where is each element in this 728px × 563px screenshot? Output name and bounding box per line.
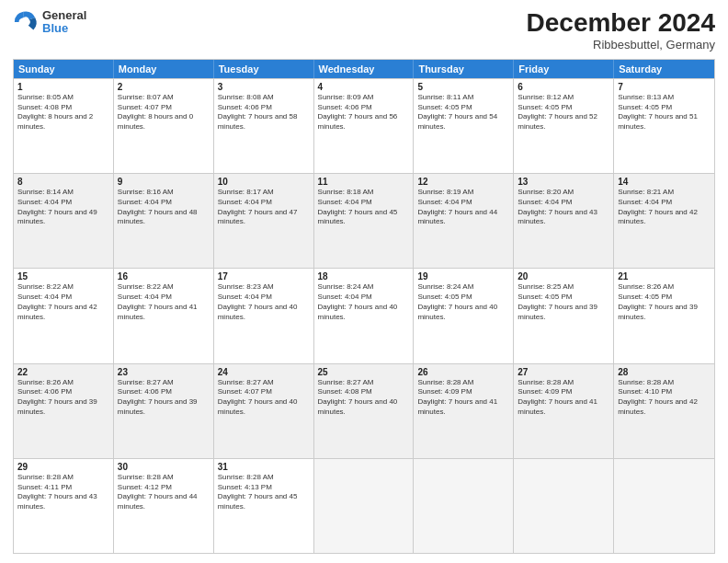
calendar-header-row: SundayMondayTuesdayWednesdayThursdayFrid… <box>14 60 714 78</box>
cell-info: Sunrise: 8:13 AM Sunset: 4:05 PM Dayligh… <box>618 93 711 132</box>
calendar-cell-day-10: 10Sunrise: 8:17 AM Sunset: 4:04 PM Dayli… <box>214 174 314 268</box>
calendar-cell-day-20: 20Sunrise: 8:25 AM Sunset: 4:05 PM Dayli… <box>514 269 614 362</box>
cell-info: Sunrise: 8:27 AM Sunset: 4:07 PM Dayligh… <box>218 378 310 418</box>
day-number: 17 <box>218 271 310 282</box>
calendar-cell-day-30: 30Sunrise: 8:28 AM Sunset: 4:12 PM Dayli… <box>114 459 214 553</box>
cell-info: Sunrise: 8:11 AM Sunset: 4:05 PM Dayligh… <box>417 93 509 132</box>
cell-info: Sunrise: 8:18 AM Sunset: 4:04 PM Dayligh… <box>318 188 410 227</box>
day-number: 9 <box>118 177 210 187</box>
header-day-thursday: Thursday <box>414 60 514 78</box>
day-number: 7 <box>618 82 711 92</box>
calendar-cell-day-5: 5Sunrise: 8:11 AM Sunset: 4:05 PM Daylig… <box>414 79 514 173</box>
cell-info: Sunrise: 8:21 AM Sunset: 4:04 PM Dayligh… <box>618 188 711 227</box>
calendar-week-1: 8Sunrise: 8:14 AM Sunset: 4:04 PM Daylig… <box>14 173 714 268</box>
cell-info: Sunrise: 8:24 AM Sunset: 4:05 PM Dayligh… <box>417 282 509 322</box>
day-number: 29 <box>17 462 109 472</box>
day-number: 4 <box>318 82 410 92</box>
calendar-cell-day-31: 31Sunrise: 8:28 AM Sunset: 4:13 PM Dayli… <box>214 459 314 553</box>
cell-info: Sunrise: 8:26 AM Sunset: 4:06 PM Dayligh… <box>17 378 109 418</box>
day-number: 3 <box>218 82 310 92</box>
calendar-cell-day-21: 21Sunrise: 8:26 AM Sunset: 4:05 PM Dayli… <box>614 269 714 362</box>
calendar-cell-day-4: 4Sunrise: 8:09 AM Sunset: 4:06 PM Daylig… <box>314 79 415 173</box>
page: General Blue December 2024 Ribbesbuttel,… <box>0 0 728 563</box>
calendar-cell-day-19: 19Sunrise: 8:24 AM Sunset: 4:05 PM Dayli… <box>414 269 514 362</box>
header-day-saturday: Saturday <box>614 60 714 78</box>
calendar: SundayMondayTuesdayWednesdayThursdayFrid… <box>13 59 715 554</box>
calendar-cell-day-24: 24Sunrise: 8:27 AM Sunset: 4:07 PM Dayli… <box>214 364 314 458</box>
calendar-cell-day-1: 1Sunrise: 8:05 AM Sunset: 4:08 PM Daylig… <box>14 79 114 173</box>
day-number: 16 <box>118 271 210 282</box>
day-number: 11 <box>318 177 410 187</box>
header-day-friday: Friday <box>514 60 614 78</box>
month-title: December 2024 <box>527 9 715 38</box>
cell-info: Sunrise: 8:28 AM Sunset: 4:11 PM Dayligh… <box>17 473 109 512</box>
calendar-week-4: 29Sunrise: 8:28 AM Sunset: 4:11 PM Dayli… <box>14 458 714 553</box>
title-block: December 2024 Ribbesbuttel, Germany <box>527 9 715 52</box>
cell-info: Sunrise: 8:12 AM Sunset: 4:05 PM Dayligh… <box>518 93 609 132</box>
day-number: 27 <box>518 367 609 377</box>
calendar-cell-day-11: 11Sunrise: 8:18 AM Sunset: 4:04 PM Dayli… <box>314 174 415 268</box>
header: General Blue December 2024 Ribbesbuttel,… <box>13 9 715 52</box>
cell-info: Sunrise: 8:14 AM Sunset: 4:04 PM Dayligh… <box>17 188 109 227</box>
calendar-cell-day-3: 3Sunrise: 8:08 AM Sunset: 4:06 PM Daylig… <box>214 79 314 173</box>
calendar-cell-day-6: 6Sunrise: 8:12 AM Sunset: 4:05 PM Daylig… <box>514 79 614 173</box>
calendar-week-3: 22Sunrise: 8:26 AM Sunset: 4:06 PM Dayli… <box>14 363 714 458</box>
day-number: 28 <box>618 367 711 377</box>
calendar-cell-day-7: 7Sunrise: 8:13 AM Sunset: 4:05 PM Daylig… <box>614 79 714 173</box>
day-number: 19 <box>417 271 509 282</box>
cell-info: Sunrise: 8:26 AM Sunset: 4:05 PM Dayligh… <box>618 282 711 322</box>
day-number: 30 <box>118 462 210 472</box>
day-number: 31 <box>218 462 310 472</box>
cell-info: Sunrise: 8:05 AM Sunset: 4:08 PM Dayligh… <box>17 93 109 132</box>
location-subtitle: Ribbesbuttel, Germany <box>527 38 715 52</box>
calendar-cell-day-12: 12Sunrise: 8:19 AM Sunset: 4:04 PM Dayli… <box>414 174 514 268</box>
calendar-cell-day-27: 27Sunrise: 8:28 AM Sunset: 4:09 PM Dayli… <box>514 364 614 458</box>
calendar-cell-day-18: 18Sunrise: 8:24 AM Sunset: 4:04 PM Dayli… <box>314 269 415 362</box>
calendar-cell-empty <box>314 459 415 553</box>
header-day-tuesday: Tuesday <box>214 60 314 78</box>
cell-info: Sunrise: 8:07 AM Sunset: 4:07 PM Dayligh… <box>118 93 210 132</box>
day-number: 12 <box>417 177 509 187</box>
calendar-cell-day-15: 15Sunrise: 8:22 AM Sunset: 4:04 PM Dayli… <box>14 269 114 362</box>
day-number: 25 <box>318 367 410 377</box>
cell-info: Sunrise: 8:27 AM Sunset: 4:06 PM Dayligh… <box>118 378 210 418</box>
day-number: 6 <box>518 82 609 92</box>
logo-general: General <box>42 9 86 22</box>
day-number: 13 <box>518 177 609 187</box>
calendar-cell-empty <box>514 459 614 553</box>
cell-info: Sunrise: 8:28 AM Sunset: 4:12 PM Dayligh… <box>118 473 210 512</box>
logo: General Blue <box>13 9 86 36</box>
day-number: 8 <box>17 177 109 187</box>
cell-info: Sunrise: 8:09 AM Sunset: 4:06 PM Dayligh… <box>318 93 410 132</box>
calendar-cell-day-17: 17Sunrise: 8:23 AM Sunset: 4:04 PM Dayli… <box>214 269 314 362</box>
day-number: 1 <box>17 82 109 92</box>
cell-info: Sunrise: 8:17 AM Sunset: 4:04 PM Dayligh… <box>218 188 310 227</box>
day-number: 14 <box>618 177 711 187</box>
calendar-cell-day-25: 25Sunrise: 8:27 AM Sunset: 4:08 PM Dayli… <box>314 364 415 458</box>
calendar-cell-day-9: 9Sunrise: 8:16 AM Sunset: 4:04 PM Daylig… <box>114 174 214 268</box>
calendar-week-2: 15Sunrise: 8:22 AM Sunset: 4:04 PM Dayli… <box>14 268 714 362</box>
day-number: 20 <box>518 271 609 282</box>
calendar-cell-empty <box>614 459 714 553</box>
calendar-cell-day-2: 2Sunrise: 8:07 AM Sunset: 4:07 PM Daylig… <box>114 79 214 173</box>
calendar-cell-day-26: 26Sunrise: 8:28 AM Sunset: 4:09 PM Dayli… <box>414 364 514 458</box>
day-number: 10 <box>218 177 310 187</box>
cell-info: Sunrise: 8:23 AM Sunset: 4:04 PM Dayligh… <box>218 282 310 322</box>
calendar-cell-day-13: 13Sunrise: 8:20 AM Sunset: 4:04 PM Dayli… <box>514 174 614 268</box>
day-number: 15 <box>17 271 109 282</box>
day-number: 23 <box>118 367 210 377</box>
cell-info: Sunrise: 8:16 AM Sunset: 4:04 PM Dayligh… <box>118 188 210 227</box>
cell-info: Sunrise: 8:25 AM Sunset: 4:05 PM Dayligh… <box>518 282 609 322</box>
day-number: 21 <box>618 271 711 282</box>
cell-info: Sunrise: 8:28 AM Sunset: 4:09 PM Dayligh… <box>417 378 509 418</box>
cell-info: Sunrise: 8:19 AM Sunset: 4:04 PM Dayligh… <box>417 188 509 227</box>
cell-info: Sunrise: 8:28 AM Sunset: 4:10 PM Dayligh… <box>618 378 711 418</box>
day-number: 5 <box>417 82 509 92</box>
logo-icon <box>13 9 39 35</box>
cell-info: Sunrise: 8:08 AM Sunset: 4:06 PM Dayligh… <box>218 93 310 132</box>
logo-text: General Blue <box>42 9 86 36</box>
cell-info: Sunrise: 8:20 AM Sunset: 4:04 PM Dayligh… <box>518 188 609 227</box>
cell-info: Sunrise: 8:27 AM Sunset: 4:08 PM Dayligh… <box>318 378 410 418</box>
calendar-cell-day-22: 22Sunrise: 8:26 AM Sunset: 4:06 PM Dayli… <box>14 364 114 458</box>
cell-info: Sunrise: 8:28 AM Sunset: 4:09 PM Dayligh… <box>518 378 609 418</box>
